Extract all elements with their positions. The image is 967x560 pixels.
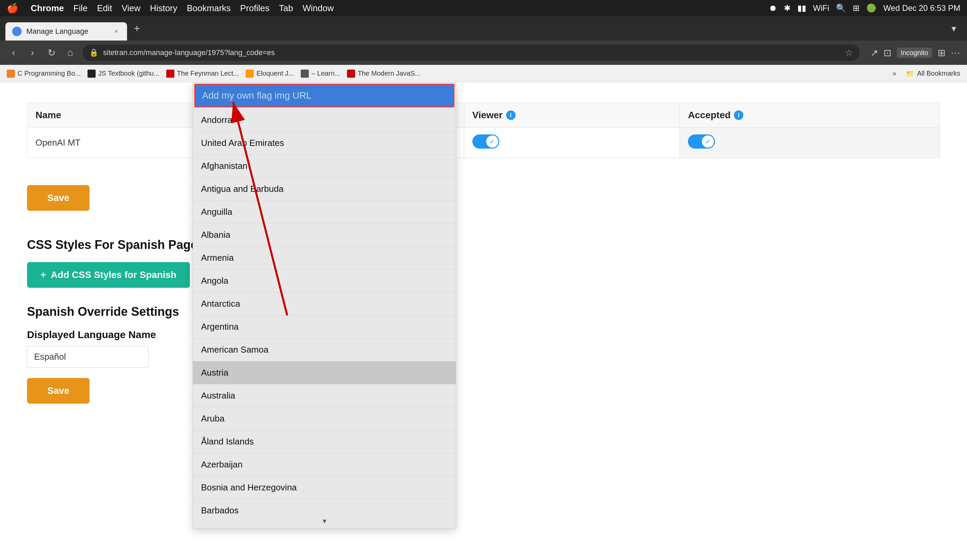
bookmark-label-0: C Programming Bo... <box>18 69 81 77</box>
bookmark-3[interactable]: Eloquent J... <box>246 69 294 78</box>
lock-icon: 🔒 <box>89 48 98 57</box>
forward-button[interactable]: › <box>26 46 39 59</box>
tab-favicon-icon <box>12 27 21 36</box>
tab-close-button[interactable]: × <box>112 27 120 35</box>
country-option-15[interactable]: Azerbaijan <box>193 453 456 476</box>
accepted-toggle-track[interactable]: ✓ <box>688 134 715 148</box>
search-icon[interactable]: 🔍 <box>836 3 846 13</box>
cell-accepted: ✓ <box>680 128 940 158</box>
bookmark-star-icon[interactable]: ☆ <box>845 48 853 58</box>
country-dropdown[interactable]: AndorraUnited Arab EmiratesAfghanistanAn… <box>193 82 456 529</box>
table-section: Name Viewer i Accepted <box>27 103 940 158</box>
save-button-2[interactable]: Save <box>27 378 89 404</box>
cell-viewer: ✓ <box>464 128 680 158</box>
displayed-lang-input[interactable] <box>27 346 149 368</box>
css-section-heading: CSS Styles For Spanish Pages <box>27 238 940 252</box>
accepted-toggle[interactable]: ✓ <box>688 134 715 148</box>
reload-button[interactable]: ↻ <box>45 46 58 59</box>
country-option-11[interactable]: Austria <box>193 361 456 384</box>
check-icon: ✓ <box>489 137 495 146</box>
col-accepted-header: Accepted i <box>680 103 940 128</box>
bookmark-4[interactable]: – Learn... <box>301 69 340 78</box>
bookmark-label-1: JS Textbook (githu... <box>98 69 160 77</box>
scroll-down-indicator: ▾ <box>193 514 456 528</box>
browser-tab-active[interactable]: Manage Language × <box>5 22 127 41</box>
flag-url-input[interactable] <box>198 87 451 104</box>
country-option-17[interactable]: Barbados <box>193 499 456 514</box>
menu-view[interactable]: View <box>122 3 140 13</box>
plus-icon: + <box>41 270 46 280</box>
displayed-lang-label: Displayed Language Name <box>27 329 940 341</box>
bookmark-icon-5 <box>347 69 355 78</box>
save-button[interactable]: Save <box>27 185 89 211</box>
control-center-icon[interactable]: ⊞ <box>853 3 860 13</box>
menu-history[interactable]: History <box>150 3 177 13</box>
menu-file[interactable]: File <box>73 3 87 13</box>
add-css-label: Add CSS Styles for Spanish <box>51 270 177 280</box>
menu-tab[interactable]: Tab <box>279 3 293 13</box>
address-bar[interactable]: 🔒 sitetran.com/manage-language/1975?lang… <box>83 44 860 61</box>
share-icon[interactable]: ↗ <box>870 47 878 58</box>
viewer-toggle-thumb: ✓ <box>486 135 498 148</box>
new-tab-button[interactable]: + <box>129 22 145 35</box>
country-option-13[interactable]: Aruba <box>193 407 456 430</box>
country-option-9[interactable]: Argentina <box>193 315 456 338</box>
accepted-info-icon[interactable]: i <box>734 110 743 120</box>
country-option-5[interactable]: Albania <box>193 224 456 247</box>
country-option-4[interactable]: Anguilla <box>193 201 456 224</box>
back-button[interactable]: ‹ <box>7 46 20 59</box>
bookmark-icon-4 <box>301 69 309 78</box>
country-option-10[interactable]: American Samoa <box>193 338 456 361</box>
menu-bookmarks[interactable]: Bookmarks <box>187 3 231 13</box>
tab-list-button[interactable]: ▾ <box>946 23 962 34</box>
bookmark-icon-2 <box>166 69 174 78</box>
country-option-16[interactable]: Bosnia and Herzegovina <box>193 476 456 499</box>
bookmark-label-5: The Modern JavaS... <box>358 69 421 77</box>
bookmark-0[interactable]: C Programming Bo... <box>7 69 81 78</box>
country-option-2[interactable]: Afghanistan <box>193 155 456 178</box>
bookmarks-more-button[interactable]: » <box>892 69 896 78</box>
bookmark-2[interactable]: The Feynman Lect... <box>166 69 239 78</box>
clock: Wed Dec 20 6:53 PM <box>883 3 960 13</box>
main-content: Name Viewer i Accepted <box>0 82 967 560</box>
dropdown-list[interactable]: AndorraUnited Arab EmiratesAfghanistanAn… <box>193 109 456 514</box>
country-option-1[interactable]: United Arab Emirates <box>193 132 456 155</box>
bookmark-1[interactable]: JS Textbook (githu... <box>87 69 160 78</box>
bookmark-label-4: – Learn... <box>312 69 340 77</box>
country-option-0[interactable]: Andorra <box>193 109 456 132</box>
home-button[interactable]: ⌂ <box>64 46 77 59</box>
bookmark-icon-0 <box>7 69 15 78</box>
battery-icon: ▮▮ <box>797 3 806 13</box>
menu-profiles[interactable]: Profiles <box>240 3 270 13</box>
apple-logo-icon[interactable]: 🍎 <box>7 3 18 14</box>
country-option-7[interactable]: Angola <box>193 270 456 293</box>
bookmark-5[interactable]: The Modern JavaS... <box>347 69 421 78</box>
bookmark-label-3: Eloquent J... <box>256 69 294 77</box>
check-icon-2: ✓ <box>705 137 711 146</box>
country-option-3[interactable]: Antigua and Barbuda <box>193 178 456 201</box>
country-option-12[interactable]: Australia <box>193 384 456 407</box>
country-option-8[interactable]: Antarctica <box>193 293 456 315</box>
override-section-heading: Spanish Override Settings <box>27 305 940 319</box>
more-options-icon[interactable]: ⋯ <box>951 47 960 58</box>
folder-icon: 📁 <box>906 69 914 78</box>
country-option-6[interactable]: Armenia <box>193 247 456 270</box>
viewer-info-icon[interactable]: i <box>506 110 516 120</box>
viewer-toggle-track[interactable]: ✓ <box>472 134 499 148</box>
bookmark-icon-1 <box>87 69 96 78</box>
col-viewer-header: Viewer i <box>464 103 680 128</box>
bluetooth-icon: ✱ <box>784 3 790 13</box>
extensions-icon[interactable]: ⊞ <box>937 47 946 58</box>
menu-window[interactable]: Window <box>302 3 333 13</box>
add-css-button[interactable]: + Add CSS Styles for Spanish <box>27 262 190 288</box>
notification-icon[interactable]: 🟢 <box>866 3 876 13</box>
country-option-14[interactable]: Åland Islands <box>193 430 456 453</box>
menu-chrome[interactable]: Chrome <box>31 3 64 13</box>
menu-bar: 🍎 Chrome File Edit View History Bookmark… <box>0 0 967 16</box>
all-bookmarks[interactable]: 📁 All Bookmarks <box>906 69 960 78</box>
menu-edit[interactable]: Edit <box>97 3 112 13</box>
language-table: Name Viewer i Accepted <box>27 103 940 158</box>
viewer-toggle[interactable]: ✓ <box>472 134 499 148</box>
sidebar-icon[interactable]: ⊡ <box>884 47 891 58</box>
address-bar-row: ‹ › ↻ ⌂ 🔒 sitetran.com/manage-language/1… <box>0 41 967 65</box>
